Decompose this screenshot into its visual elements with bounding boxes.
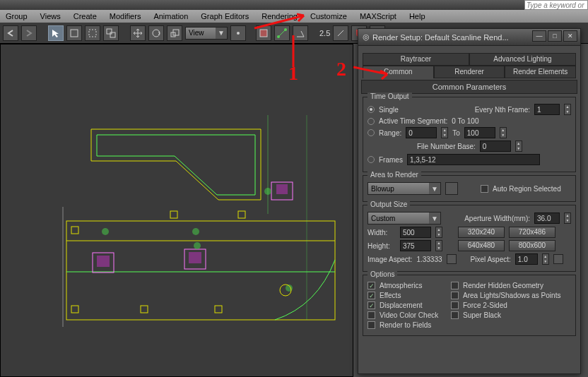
svg-point-23 [194, 242, 201, 249]
checkbox-effects[interactable]: ✓ [368, 292, 375, 299]
label-every-nth: Every Nth Frame: [475, 106, 530, 114]
range-to-spinner[interactable]: 100 [464, 127, 495, 138]
menu-customize[interactable]: Customize [310, 12, 347, 20]
range-from-spinner[interactable]: 0 [406, 127, 437, 138]
spinner-arrows-icon[interactable]: ▲▼ [435, 227, 442, 238]
spinner-arrows-icon[interactable]: ▲▼ [441, 127, 448, 138]
select-by-name-button[interactable] [66, 25, 82, 41]
spinner-arrows-icon[interactable]: ▲▼ [564, 213, 571, 224]
dialog-title: Render Setup: Default Scanline Rend... [372, 33, 509, 42]
svg-rect-8 [260, 30, 267, 37]
select-and-manipulate-button[interactable] [256, 25, 271, 41]
checkbox-auto-region[interactable] [481, 185, 488, 193]
window-crossing-button[interactable] [103, 25, 119, 41]
spinner-value: 2.5 [319, 29, 330, 37]
checkbox-area-lights[interactable] [451, 292, 459, 299]
menu-animation[interactable]: Animation [153, 12, 188, 20]
label-area-lights: Area Lights/Shadows as Points [463, 292, 560, 299]
select-region-button[interactable] [85, 25, 100, 41]
move-button[interactable] [130, 25, 146, 41]
lock-icon[interactable] [447, 254, 457, 264]
area-mode-dropdown[interactable]: Blowup▼ [368, 182, 441, 195]
spinner-arrows-icon[interactable]: ▲▼ [515, 140, 522, 152]
menu-group[interactable]: Group [6, 12, 28, 20]
minimize-button[interactable]: — [532, 30, 546, 42]
menu-modifiers[interactable]: Modifiers [110, 12, 141, 20]
angle-snap-button[interactable] [293, 25, 308, 41]
label-auto-region: Auto Region Selected [493, 185, 561, 193]
svg-rect-2 [107, 29, 112, 34]
spinner-arrows-icon[interactable]: ▲▼ [435, 240, 442, 251]
snap-toggle-button[interactable] [274, 25, 290, 41]
lock-icon[interactable] [553, 254, 563, 264]
time-output-group: Time Output Single Every Nth Frame: 1 ▲▼… [363, 97, 576, 172]
svg-point-9 [277, 35, 280, 38]
label-effects: Effects [380, 292, 401, 299]
radio-frames[interactable] [368, 156, 375, 163]
file-base-spinner[interactable]: 0 [480, 140, 511, 152]
preset-320x240-button[interactable]: 320x240 [458, 227, 505, 238]
preset-720x486-button[interactable]: 720x486 [509, 227, 555, 238]
radio-single[interactable] [368, 106, 375, 113]
viewport[interactable] [0, 44, 353, 377]
radio-active-segment[interactable] [368, 118, 375, 125]
tab-common[interactable]: Common [363, 66, 434, 78]
select-object-button[interactable] [48, 25, 64, 41]
output-preset-dropdown[interactable]: Custom▼ [368, 212, 441, 225]
menu-rendering[interactable]: Rendering [261, 12, 298, 20]
svg-point-21 [102, 228, 109, 235]
tab-advanced-lighting[interactable]: Advanced Lighting [469, 53, 576, 66]
pixel-aspect-spinner[interactable]: 1.0 [515, 253, 538, 265]
reference-coord-dropdown[interactable]: View▼ [185, 27, 228, 40]
width-spinner[interactable]: 500 [400, 227, 431, 238]
spinner-arrows-icon[interactable]: ▲▼ [500, 127, 507, 138]
checkbox-render-fields[interactable] [368, 321, 375, 329]
area-to-render-group: Area to Render Blowup▼ Auto Region Selec… [363, 175, 576, 202]
menu-create[interactable]: Create [74, 12, 97, 20]
svg-rect-30 [238, 211, 245, 218]
output-size-label: Output Size [368, 201, 410, 208]
menu-maxscript[interactable]: MAXScript [360, 12, 396, 20]
checkbox-video-color[interactable] [368, 311, 375, 319]
checkbox-force-2sided[interactable] [451, 301, 459, 309]
preset-640x480-button[interactable]: 640x480 [458, 240, 505, 251]
menu-views[interactable]: Views [40, 12, 61, 20]
svg-rect-26 [71, 306, 78, 313]
every-nth-spinner[interactable]: 1 [534, 104, 560, 115]
dialog-titlebar[interactable]: ◎ Render Setup: Default Scanline Rend...… [358, 29, 580, 46]
close-button[interactable]: ✕ [563, 30, 577, 42]
tab-render-elements[interactable]: Render Elements [505, 66, 576, 78]
menu-graph-editors[interactable]: Graph Editors [201, 12, 249, 20]
frames-input[interactable]: 1,3,5-12 [407, 154, 540, 165]
tab-renderer[interactable]: Renderer [434, 66, 505, 78]
scale-button[interactable] [167, 25, 182, 41]
use-pivot-button[interactable] [230, 25, 246, 41]
height-spinner[interactable]: 375 [400, 240, 431, 251]
percent-snap-button[interactable] [333, 25, 348, 41]
label-video-color: Video Color Check [380, 311, 438, 319]
maximize-button[interactable]: □ [548, 30, 562, 42]
search-input[interactable] [524, 0, 588, 10]
checkbox-displacement[interactable]: ✓ [368, 301, 375, 309]
spinner-arrows-icon[interactable]: ▲▼ [564, 104, 571, 115]
checkbox-super-black[interactable] [451, 311, 459, 319]
checkbox-hidden-geom[interactable] [451, 282, 459, 289]
label-frames: Frames [379, 156, 403, 164]
common-parameters-header[interactable]: Common Parameters [361, 80, 577, 94]
rotate-button[interactable] [148, 25, 164, 41]
label-range: Range: [379, 129, 401, 137]
redo-button[interactable] [21, 25, 37, 41]
aperture-spinner[interactable]: 36.0 [534, 213, 560, 224]
label-pixel-aspect: Pixel Aspect: [471, 256, 511, 263]
radio-range[interactable] [368, 129, 375, 136]
svg-rect-25 [71, 227, 78, 234]
svg-rect-17 [97, 256, 110, 267]
checkbox-atmospherics[interactable]: ✓ [368, 282, 375, 289]
spinner-arrows-icon[interactable]: ▲▼ [542, 253, 549, 265]
preset-800x600-button[interactable]: 800x600 [509, 240, 555, 251]
viewport-geometry [56, 115, 346, 334]
menu-help[interactable]: Help [409, 12, 425, 20]
tab-raytracer[interactable]: Raytracer [363, 53, 469, 66]
undo-button[interactable] [3, 25, 18, 41]
region-edit-icon[interactable] [445, 182, 458, 195]
